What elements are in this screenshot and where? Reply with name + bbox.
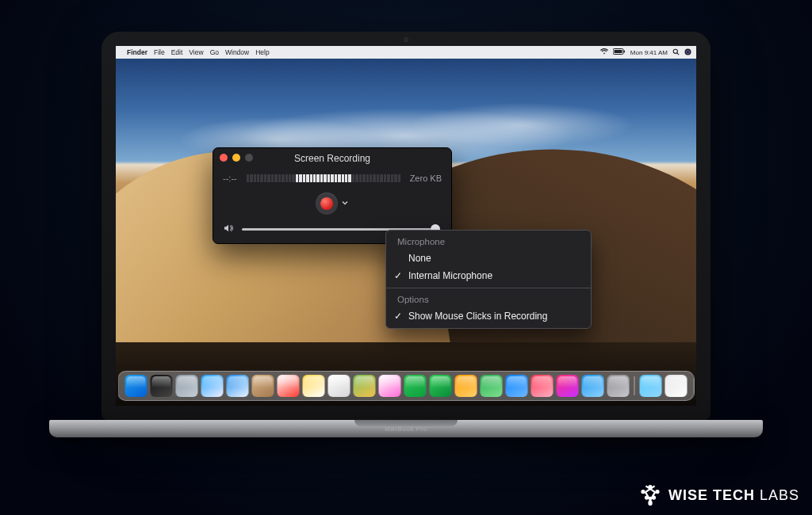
svg-point-9 [655, 490, 659, 494]
watermark-text-bold: WISE TECH [668, 487, 755, 503]
menubar-app-name[interactable]: Finder [127, 48, 147, 56]
dock-icon-trash[interactable] [665, 375, 688, 397]
svg-line-4 [677, 52, 679, 54]
record-options-menu: Microphone None ✓ Internal Microphone Op… [385, 230, 592, 329]
siri-icon[interactable] [684, 48, 691, 57]
laptop-brand-label: MacBook Pro [49, 425, 763, 433]
svg-rect-1 [614, 50, 622, 53]
dock-icon-itunes[interactable] [557, 375, 579, 397]
elapsed-time: --:-- [223, 174, 237, 183]
dock-icon-news[interactable] [531, 375, 553, 397]
dock-icon-folder[interactable] [640, 375, 662, 397]
dock-icon-contacts[interactable] [252, 375, 274, 397]
record-button[interactable] [316, 193, 338, 215]
audio-level-meter [247, 174, 400, 182]
menu-item-mic-none[interactable]: None [386, 250, 591, 267]
traffic-lights [220, 154, 253, 162]
dock-icon-photos[interactable] [379, 375, 401, 397]
dock-icon-facetime[interactable] [430, 375, 452, 397]
dock-icon-calendar[interactable] [278, 375, 300, 397]
zoom-button[interactable] [245, 154, 253, 162]
menubar-item-help[interactable]: Help [255, 48, 269, 56]
svg-point-8 [641, 490, 645, 494]
spotlight-icon[interactable] [672, 48, 680, 57]
window-title: Screen Recording [294, 153, 370, 164]
dock-separator [634, 376, 635, 395]
camera-dot [404, 37, 408, 42]
svg-rect-2 [623, 51, 625, 53]
menubar-item-window[interactable]: Window [225, 48, 249, 56]
dock-icon-pages[interactable] [455, 375, 477, 397]
menu-item-mic-internal[interactable]: ✓ Internal Microphone [386, 267, 591, 284]
dock-icon-preferences[interactable] [607, 375, 630, 397]
menubar-item-view[interactable]: View [189, 48, 203, 56]
menubar-clock[interactable]: Mon 9:41 AM [630, 49, 668, 56]
laptop-frame: Finder File Edit View Go Window Help Mon… [102, 32, 710, 437]
menubar-item-file[interactable]: File [154, 48, 165, 56]
wifi-icon[interactable] [600, 48, 608, 56]
dock-icon-mail[interactable] [227, 375, 249, 397]
dock-icon-siri[interactable] [151, 375, 173, 397]
dock-icon-messages[interactable] [404, 375, 427, 397]
dock-icon-keynote[interactable] [506, 375, 528, 397]
menu-item-show-mouse-clicks[interactable]: ✓ Show Mouse Clicks in Recording [386, 307, 591, 325]
dock-icon-safari[interactable] [201, 375, 224, 397]
check-icon: ✓ [394, 270, 402, 281]
record-icon [320, 197, 333, 210]
file-size: Zero KB [410, 174, 442, 183]
dock-icon-maps[interactable] [354, 375, 376, 397]
screen-bezel: Finder File Edit View Go Window Help Mon… [102, 32, 710, 420]
menubar-item-edit[interactable]: Edit [171, 48, 183, 56]
minimize-button[interactable] [232, 154, 240, 162]
svg-rect-17 [646, 497, 653, 498]
dock-icon-finder[interactable] [125, 375, 147, 397]
menubar-item-go[interactable]: Go [210, 48, 219, 56]
check-icon: ✓ [394, 311, 402, 322]
svg-point-5 [685, 48, 691, 55]
close-button[interactable] [220, 154, 228, 162]
battery-icon[interactable] [613, 48, 626, 56]
watermark: WISE TECH LABS [638, 483, 799, 507]
laptop-hinge: MacBook Pro [49, 420, 763, 437]
svg-point-3 [673, 49, 677, 53]
screen: Finder File Edit View Go Window Help Mon… [116, 46, 696, 406]
dock-icon-notes[interactable] [303, 375, 325, 397]
menubar: Finder File Edit View Go Window Help Mon… [116, 46, 696, 59]
menu-section-options: Options [386, 292, 591, 307]
volume-icon [224, 224, 234, 234]
window-titlebar[interactable]: Screen Recording [213, 148, 451, 169]
watermark-logo-icon [638, 483, 662, 507]
menu-section-microphone: Microphone [386, 234, 591, 250]
dock-icon-appstore[interactable] [582, 375, 604, 397]
dock-icon-numbers[interactable] [481, 375, 503, 397]
dock-icon-reminders[interactable] [328, 375, 350, 397]
menu-separator [386, 288, 591, 288]
dock-icon-launchpad[interactable] [176, 375, 198, 397]
dock [118, 371, 695, 401]
record-options-dropdown-button[interactable] [341, 198, 349, 209]
menubar-status-area: Mon 9:41 AM [600, 48, 691, 57]
watermark-text-thin: LABS [760, 487, 799, 503]
